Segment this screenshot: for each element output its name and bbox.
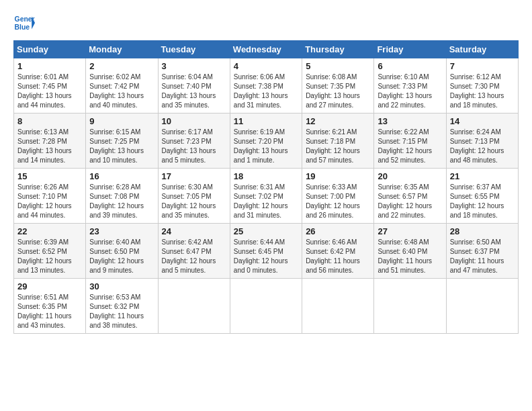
col-header-sunday: Sunday	[14, 41, 86, 58]
day-number: 1	[17, 61, 82, 71]
calendar-cell: 22Sunrise: 6:39 AMSunset: 6:52 PMDayligh…	[14, 224, 86, 279]
calendar-cell: 18Sunrise: 6:31 AMSunset: 7:02 PMDayligh…	[230, 169, 302, 224]
day-detail: Sunrise: 6:13 AMSunset: 7:28 PMDaylight:…	[17, 128, 82, 165]
calendar-cell: 8Sunrise: 6:13 AMSunset: 7:28 PMDaylight…	[14, 113, 86, 169]
calendar-week-1: 1Sunrise: 6:01 AMSunset: 7:45 PMDaylight…	[14, 58, 519, 113]
day-detail: Sunrise: 6:42 AMSunset: 6:47 PMDaylight:…	[162, 238, 226, 275]
day-detail: Sunrise: 6:04 AMSunset: 7:40 PMDaylight:…	[162, 73, 226, 110]
day-number: 19	[306, 171, 370, 181]
calendar-cell: 3Sunrise: 6:04 AMSunset: 7:40 PMDaylight…	[158, 58, 230, 113]
calendar-week-3: 15Sunrise: 6:26 AMSunset: 7:10 PMDayligh…	[14, 169, 519, 224]
calendar-cell: 9Sunrise: 6:15 AMSunset: 7:25 PMDaylight…	[86, 113, 158, 169]
col-header-wednesday: Wednesday	[230, 41, 302, 58]
calendar-cell: 30Sunrise: 6:53 AMSunset: 6:32 PMDayligh…	[86, 279, 158, 334]
day-detail: Sunrise: 6:10 AMSunset: 7:33 PMDaylight:…	[378, 73, 442, 110]
calendar-cell: 16Sunrise: 6:28 AMSunset: 7:08 PMDayligh…	[86, 169, 158, 224]
day-number: 23	[89, 226, 154, 236]
col-header-saturday: Saturday	[446, 41, 518, 58]
logo-icon: General Blue	[13, 12, 35, 34]
day-detail: Sunrise: 6:21 AMSunset: 7:18 PMDaylight:…	[306, 128, 370, 165]
logo: General Blue	[13, 12, 38, 34]
calendar-week-4: 22Sunrise: 6:39 AMSunset: 6:52 PMDayligh…	[14, 224, 519, 279]
calendar-cell: 20Sunrise: 6:35 AMSunset: 6:57 PMDayligh…	[374, 169, 446, 224]
day-number: 13	[378, 116, 442, 126]
day-number: 10	[162, 116, 226, 126]
calendar-cell: 24Sunrise: 6:42 AMSunset: 6:47 PMDayligh…	[158, 224, 230, 279]
day-number: 22	[17, 226, 82, 236]
day-detail: Sunrise: 6:26 AMSunset: 7:10 PMDaylight:…	[17, 183, 82, 220]
day-detail: Sunrise: 6:48 AMSunset: 6:40 PMDaylight:…	[378, 238, 442, 275]
day-number: 14	[450, 116, 515, 126]
day-number: 16	[89, 171, 154, 181]
calendar-cell	[446, 279, 518, 334]
calendar-cell: 2Sunrise: 6:02 AMSunset: 7:42 PMDaylight…	[86, 58, 158, 113]
day-number: 28	[450, 226, 515, 236]
day-number: 7	[450, 61, 515, 71]
day-number: 30	[89, 281, 154, 291]
svg-text:Blue: Blue	[15, 24, 30, 31]
calendar-cell: 7Sunrise: 6:12 AMSunset: 7:30 PMDaylight…	[446, 58, 518, 113]
calendar-week-5: 29Sunrise: 6:51 AMSunset: 6:35 PMDayligh…	[14, 279, 519, 334]
day-detail: Sunrise: 6:15 AMSunset: 7:25 PMDaylight:…	[89, 128, 154, 165]
day-number: 29	[17, 281, 82, 291]
day-detail: Sunrise: 6:39 AMSunset: 6:52 PMDaylight:…	[17, 238, 82, 275]
day-number: 18	[234, 171, 298, 181]
calendar-cell: 19Sunrise: 6:33 AMSunset: 7:00 PMDayligh…	[302, 169, 374, 224]
day-number: 25	[234, 226, 298, 236]
day-detail: Sunrise: 6:22 AMSunset: 7:15 PMDaylight:…	[378, 128, 442, 165]
day-detail: Sunrise: 6:53 AMSunset: 6:32 PMDaylight:…	[89, 293, 154, 330]
day-detail: Sunrise: 6:35 AMSunset: 6:57 PMDaylight:…	[378, 183, 442, 220]
calendar-cell: 21Sunrise: 6:37 AMSunset: 6:55 PMDayligh…	[446, 169, 518, 224]
day-number: 26	[306, 226, 370, 236]
calendar-cell: 27Sunrise: 6:48 AMSunset: 6:40 PMDayligh…	[374, 224, 446, 279]
calendar-cell: 25Sunrise: 6:44 AMSunset: 6:45 PMDayligh…	[230, 224, 302, 279]
col-header-thursday: Thursday	[302, 41, 374, 58]
day-detail: Sunrise: 6:17 AMSunset: 7:23 PMDaylight:…	[162, 128, 226, 165]
day-detail: Sunrise: 6:08 AMSunset: 7:35 PMDaylight:…	[306, 73, 370, 110]
calendar-cell: 4Sunrise: 6:06 AMSunset: 7:38 PMDaylight…	[230, 58, 302, 113]
calendar-body: 1Sunrise: 6:01 AMSunset: 7:45 PMDaylight…	[14, 58, 519, 334]
day-number: 3	[162, 61, 226, 71]
calendar-cell: 11Sunrise: 6:19 AMSunset: 7:20 PMDayligh…	[230, 113, 302, 169]
calendar-cell: 15Sunrise: 6:26 AMSunset: 7:10 PMDayligh…	[14, 169, 86, 224]
calendar-cell: 17Sunrise: 6:30 AMSunset: 7:05 PMDayligh…	[158, 169, 230, 224]
day-detail: Sunrise: 6:12 AMSunset: 7:30 PMDaylight:…	[450, 73, 515, 110]
day-detail: Sunrise: 6:37 AMSunset: 6:55 PMDaylight:…	[450, 183, 515, 220]
day-number: 24	[162, 226, 226, 236]
calendar-week-2: 8Sunrise: 6:13 AMSunset: 7:28 PMDaylight…	[14, 113, 519, 169]
calendar-cell	[230, 279, 302, 334]
calendar-cell: 10Sunrise: 6:17 AMSunset: 7:23 PMDayligh…	[158, 113, 230, 169]
day-number: 9	[89, 116, 154, 126]
col-header-friday: Friday	[374, 41, 446, 58]
page: General Blue SundayMondayTuesdayWednesda…	[0, 0, 532, 340]
calendar-cell: 29Sunrise: 6:51 AMSunset: 6:35 PMDayligh…	[14, 279, 86, 334]
header: General Blue	[13, 12, 519, 34]
day-number: 6	[378, 61, 442, 71]
col-header-monday: Monday	[86, 41, 158, 58]
day-detail: Sunrise: 6:30 AMSunset: 7:05 PMDaylight:…	[162, 183, 226, 220]
calendar-cell: 14Sunrise: 6:24 AMSunset: 7:13 PMDayligh…	[446, 113, 518, 169]
day-number: 15	[17, 171, 82, 181]
day-number: 27	[378, 226, 442, 236]
day-detail: Sunrise: 6:51 AMSunset: 6:35 PMDaylight:…	[17, 293, 82, 330]
calendar-cell: 6Sunrise: 6:10 AMSunset: 7:33 PMDaylight…	[374, 58, 446, 113]
calendar-cell	[374, 279, 446, 334]
day-number: 12	[306, 116, 370, 126]
calendar-header: SundayMondayTuesdayWednesdayThursdayFrid…	[14, 41, 519, 58]
calendar-cell: 12Sunrise: 6:21 AMSunset: 7:18 PMDayligh…	[302, 113, 374, 169]
day-detail: Sunrise: 6:01 AMSunset: 7:45 PMDaylight:…	[17, 73, 82, 110]
day-detail: Sunrise: 6:19 AMSunset: 7:20 PMDaylight:…	[234, 128, 298, 165]
day-detail: Sunrise: 6:28 AMSunset: 7:08 PMDaylight:…	[89, 183, 154, 220]
day-detail: Sunrise: 6:02 AMSunset: 7:42 PMDaylight:…	[89, 73, 154, 110]
calendar-cell: 26Sunrise: 6:46 AMSunset: 6:42 PMDayligh…	[302, 224, 374, 279]
calendar-cell: 5Sunrise: 6:08 AMSunset: 7:35 PMDaylight…	[302, 58, 374, 113]
day-detail: Sunrise: 6:06 AMSunset: 7:38 PMDaylight:…	[234, 73, 298, 110]
day-detail: Sunrise: 6:31 AMSunset: 7:02 PMDaylight:…	[234, 183, 298, 220]
calendar-table: SundayMondayTuesdayWednesdayThursdayFrid…	[13, 40, 519, 334]
day-detail: Sunrise: 6:24 AMSunset: 7:13 PMDaylight:…	[450, 128, 515, 165]
day-number: 20	[378, 171, 442, 181]
day-number: 11	[234, 116, 298, 126]
day-detail: Sunrise: 6:33 AMSunset: 7:00 PMDaylight:…	[306, 183, 370, 220]
day-detail: Sunrise: 6:44 AMSunset: 6:45 PMDaylight:…	[234, 238, 298, 275]
day-detail: Sunrise: 6:40 AMSunset: 6:50 PMDaylight:…	[89, 238, 154, 275]
